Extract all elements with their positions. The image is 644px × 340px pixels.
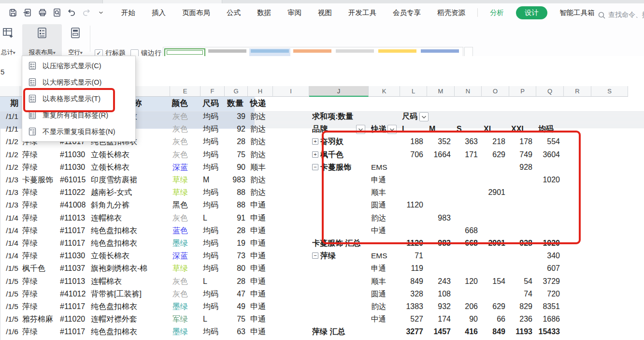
cell-size: 均码: [203, 250, 224, 262]
tab-审阅[interactable]: 审阅: [279, 8, 310, 17]
cell-size: 均码: [203, 224, 224, 237]
tab-会员专享[interactable]: 会员专享: [385, 8, 429, 17]
cell-date: /1/5: [0, 275, 18, 288]
cell-size: 均码: [203, 199, 224, 211]
tab-视图[interactable]: 视图: [310, 8, 340, 17]
pivot-courier-label: 韵达: [371, 300, 398, 313]
cell-sku: #11017: [60, 237, 87, 250]
column-header-R[interactable]: R: [564, 86, 591, 97]
pivot-value: 629: [482, 148, 505, 161]
menu-item-label: 以大纲形式显示(O): [43, 78, 101, 87]
cell-color: 灰色: [172, 212, 199, 224]
column-header-H[interactable]: H: [248, 86, 273, 97]
column-header-M[interactable]: M: [427, 86, 455, 97]
tab-公式[interactable]: 公式: [218, 8, 249, 17]
cell-name: 纯色盘扣棉衣: [91, 237, 170, 250]
brand-filter-dropdown-button[interactable]: [356, 125, 365, 134]
cell-color: 灰色: [172, 275, 199, 288]
cell-sku: #11037: [60, 262, 87, 275]
pivot-value-title: 求和项:数量: [312, 110, 368, 123]
column-header-first-partial: [0, 86, 20, 97]
column-header-E[interactable]: E: [170, 86, 200, 97]
ribbon-separator: [90, 26, 90, 52]
search-icon: [598, 11, 606, 19]
cell-sku: #11013: [60, 212, 87, 224]
expand-plus-button[interactable]: +: [312, 151, 318, 158]
cell-brand: 萍绿: [22, 288, 57, 300]
pivot-brand-label: 枫千色: [320, 148, 368, 161]
menu-item-以表格形式显示(T)[interactable]: 以表格形式显示(T): [22, 90, 135, 107]
pivot-size-col-L: L: [402, 123, 426, 135]
cell-sku: #11022: [60, 186, 87, 199]
tab-design-active[interactable]: 设计: [516, 6, 547, 19]
pivot-value: 983: [427, 212, 451, 224]
column-header-K[interactable]: K: [369, 86, 400, 97]
menu-item-重复所有项目标签(R)[interactable]: 重复所有项目标签(R): [22, 107, 135, 123]
command-search[interactable]: 查找命令、搜: [598, 11, 644, 19]
cell-size: 均码: [203, 288, 224, 300]
size-filter-dropdown-button[interactable]: [419, 112, 429, 121]
name-box-partial[interactable]: 5: [0, 68, 4, 76]
blank-rows-button[interactable]: 空行▾: [62, 24, 89, 59]
search-placeholder-text: 查找命令、搜: [608, 11, 644, 19]
print-preview-icon[interactable]: [52, 7, 62, 18]
cell-date: /1/3: [0, 199, 18, 211]
undo-icon[interactable]: [67, 7, 77, 18]
column-header-S[interactable]: S: [591, 86, 628, 97]
tab-smart-toolbox[interactable]: 智能工具箱: [551, 8, 603, 17]
header-courier: 快递: [250, 97, 273, 109]
cell-courier: 申通: [250, 275, 272, 288]
column-header-G[interactable]: G: [225, 86, 248, 97]
active-document-tab[interactable]: [102, 0, 222, 3]
column-header-O[interactable]: O: [482, 86, 509, 97]
cell-size: 均码: [203, 148, 224, 161]
courier-filter-dropdown-button[interactable]: [387, 125, 397, 134]
column-header-N[interactable]: N: [455, 86, 482, 97]
tab-analysis[interactable]: 分析: [482, 8, 512, 17]
redo-icon[interactable]: [81, 7, 91, 18]
column-header-F[interactable]: F: [200, 86, 225, 97]
pivot-value: 629: [482, 300, 505, 313]
cell-qty: 88: [223, 199, 245, 211]
menu-item-label: 不显示重复项目标签(N): [43, 127, 115, 136]
save-icon[interactable]: [8, 7, 18, 18]
tab-页面布局[interactable]: 页面布局: [174, 8, 218, 17]
tab-数据[interactable]: 数据: [249, 8, 279, 17]
cell-qty: 47: [223, 288, 245, 300]
expand-plus-button[interactable]: +: [312, 138, 318, 145]
cell-name: 立领长棉衣: [91, 339, 170, 340]
tab-插入[interactable]: 插入: [143, 8, 174, 17]
cell-courier: 韵达: [250, 123, 272, 135]
report-layout-button[interactable]: 报表布局▾: [22, 24, 62, 59]
collapse-minus-button[interactable]: −: [312, 164, 318, 170]
tab-开发工具[interactable]: 开发工具: [340, 8, 385, 17]
column-header-I[interactable]: I: [273, 86, 309, 97]
tab-稻壳资源[interactable]: 稻壳资源: [429, 8, 473, 17]
pivot-brand-label: 雅芬棉麻: [320, 339, 368, 340]
column-header-J[interactable]: J: [309, 86, 369, 97]
window-tab-strip: [0, 0, 644, 3]
cell-size: 均码: [203, 325, 224, 338]
menu-item-以压缩形式显示(C)[interactable]: 以压缩形式显示(C): [22, 58, 135, 74]
tab-group-separator: [477, 8, 478, 17]
column-header-P[interactable]: P: [509, 86, 536, 97]
export-icon[interactable]: [22, 7, 32, 18]
collapse-minus-button[interactable]: −: [312, 252, 318, 259]
pivot-value: 706: [400, 148, 423, 161]
toolbar-more-icon[interactable]: [96, 7, 106, 18]
cell-color: 灰色: [172, 288, 199, 300]
menu-item-以大纲形式显示(O)[interactable]: 以大纲形式显示(O): [22, 74, 135, 90]
pivot-subtotal-label: 萍绿 汇总: [312, 325, 397, 338]
column-header-L[interactable]: L: [400, 86, 427, 97]
print-icon[interactable]: [37, 7, 47, 18]
pivot-value: 352: [427, 135, 451, 148]
cell-qty: 75: [223, 313, 245, 325]
column-header-Q[interactable]: Q: [536, 86, 564, 97]
cell-courier: 申通: [250, 212, 272, 224]
menu-item-不显示重复项目标签(N)[interactable]: 不显示重复项目标签(N): [22, 123, 135, 140]
grand-totals-button[interactable]: 总计▾: [0, 24, 24, 59]
cell-size: 均码: [203, 110, 224, 123]
pivot-value: 849: [400, 275, 423, 288]
design-ribbon: 总计▾ 报表布局▾ 空行▾ ✓行标题镶边行✓列标题镶边列: [0, 22, 644, 57]
tab-开始[interactable]: 开始: [113, 8, 143, 17]
